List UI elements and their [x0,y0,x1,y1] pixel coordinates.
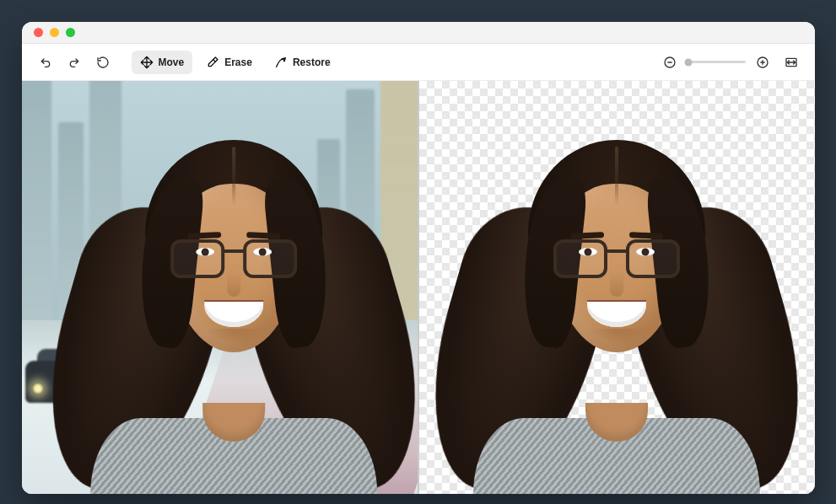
cutout-pane[interactable] [419,81,815,494]
zoom-out-icon [663,56,677,69]
close-window-icon[interactable] [34,28,43,37]
zoom-out-button[interactable] [658,51,682,74]
erase-icon [206,56,219,69]
window-titlebar [22,22,815,44]
split-divider[interactable] [418,81,419,494]
fit-screen-icon [785,56,798,69]
undo-button[interactable] [34,51,57,74]
app-window: Move Erase Restore [22,22,815,494]
reset-icon [96,56,110,69]
restore-tool-label: Restore [293,57,331,67]
zoom-slider[interactable] [687,61,746,63]
erase-tool-button[interactable]: Erase [197,51,261,74]
minimize-window-icon[interactable] [50,28,59,37]
zoom-slider-thumb[interactable] [685,58,693,66]
reset-button[interactable] [91,51,115,74]
compare-canvas[interactable] [22,81,815,494]
zoom-in-icon [756,56,769,69]
restore-icon [274,56,288,69]
original-pane[interactable] [22,81,418,494]
zoom-in-button[interactable] [751,51,774,74]
subject-original [52,106,415,494]
redo-icon [67,56,81,69]
redo-button[interactable] [62,51,86,74]
erase-tool-label: Erase [224,57,252,67]
move-tool-button[interactable]: Move [132,51,193,74]
zoom-window-icon[interactable] [66,28,75,37]
subject-cutout [435,106,798,494]
toolbar: Move Erase Restore [22,44,815,81]
restore-tool-button[interactable]: Restore [266,51,339,74]
move-icon [140,56,154,69]
undo-icon [39,56,52,69]
fit-screen-button[interactable] [779,51,803,74]
move-tool-label: Move [159,57,185,67]
